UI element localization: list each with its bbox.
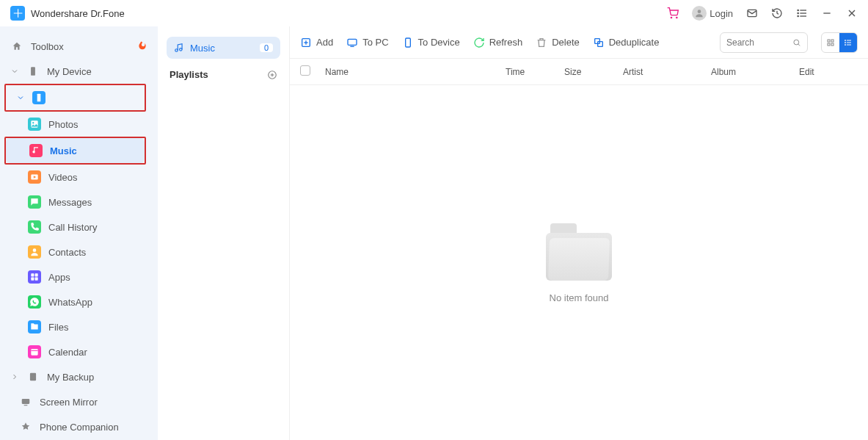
sidebar-music[interactable]: Music [6, 138, 145, 163]
contacts-label: Contacts [48, 247, 86, 258]
sidebar-videos[interactable]: Videos [0, 165, 158, 190]
apps-icon [28, 270, 41, 284]
sidebar-my-device[interactable]: My Device [0, 59, 158, 84]
calendar-label: Calendar [48, 347, 87, 358]
mail-button[interactable] [746, 7, 758, 19]
add-label: Add [316, 37, 333, 48]
sidebar-calendar[interactable]: Calendar [0, 339, 158, 364]
data-panel: Add To PC To Device Refresh Delete [290, 26, 868, 440]
search-input[interactable] [726, 37, 788, 48]
dedup-icon [593, 37, 605, 48]
device-icon [26, 65, 40, 78]
history-button[interactable] [771, 7, 783, 19]
to-pc-button[interactable]: To PC [346, 37, 388, 48]
toolbox-label: Toolbox [31, 41, 64, 52]
calendar-icon [28, 345, 41, 358]
pc-icon [346, 37, 358, 48]
svg-rect-26 [30, 373, 36, 381]
my-backup-label: My Backup [47, 372, 94, 383]
col-size[interactable]: Size [564, 67, 623, 77]
col-name[interactable]: Name [325, 67, 506, 77]
col-album[interactable]: Album [711, 67, 799, 77]
phone-companion-label: Phone Companion [40, 422, 119, 433]
sidebar-phone-companion[interactable]: Phone Companion [0, 414, 158, 439]
videos-icon [28, 170, 41, 184]
messages-icon [28, 195, 41, 209]
files-icon [28, 320, 41, 333]
empty-state: No item found [290, 85, 868, 440]
select-all-checkbox[interactable] [300, 65, 325, 78]
call-history-label: Call History [48, 222, 97, 233]
to-device-button[interactable]: To Device [402, 37, 460, 48]
svg-rect-14 [37, 94, 41, 102]
device-icon [402, 37, 414, 48]
svg-point-52 [845, 42, 846, 43]
sidebar-device-root[interactable] [6, 85, 145, 110]
sidebar-toolbox[interactable]: Toolbox [0, 34, 158, 59]
minimize-button[interactable] [821, 7, 833, 19]
add-playlist-icon[interactable] [267, 70, 277, 80]
search-icon [792, 37, 801, 48]
fire-icon [137, 40, 147, 53]
chevron-down-icon [16, 93, 25, 102]
empty-folder-icon [546, 222, 612, 281]
cart-button[interactable] [667, 7, 679, 19]
to-device-label: To Device [418, 37, 460, 48]
sidebar-apps[interactable]: Apps [0, 264, 158, 289]
messages-label: Messages [48, 197, 92, 208]
sidebar-whatsapp[interactable]: WhatsApp [0, 289, 158, 314]
svg-point-2 [698, 10, 701, 13]
svg-point-8 [798, 12, 798, 13]
svg-rect-46 [828, 43, 830, 46]
playlists-header: Playlists [167, 69, 280, 80]
contacts-icon [28, 245, 41, 259]
music-note-icon [174, 43, 184, 53]
playlists-header-label: Playlists [169, 69, 208, 80]
col-time[interactable]: Time [506, 67, 564, 77]
sidebar-photos[interactable]: Photos [0, 112, 158, 137]
search-box[interactable] [720, 32, 808, 53]
backup-icon [26, 370, 40, 383]
close-button[interactable] [846, 7, 858, 19]
svg-point-29 [175, 49, 178, 52]
deduplicate-button[interactable]: Deduplicate [593, 37, 660, 48]
login-label: Login [710, 8, 733, 19]
highlight-device [4, 84, 146, 112]
login-button[interactable]: Login [692, 6, 733, 21]
svg-point-0 [671, 17, 672, 18]
sidebar-screen-mirror[interactable]: Screen Mirror [0, 389, 158, 414]
trash-icon [536, 37, 547, 48]
playlists-panel: Music 0 Playlists [158, 26, 290, 440]
sidebar-contacts[interactable]: Contacts [0, 239, 158, 264]
add-button[interactable]: Add [300, 37, 333, 48]
music-category-pill[interactable]: Music 0 [167, 37, 280, 59]
sidebar-files[interactable]: Files [0, 314, 158, 339]
whatsapp-icon [28, 295, 41, 309]
delete-button[interactable]: Delete [536, 37, 580, 48]
col-artist[interactable]: Artist [623, 67, 711, 77]
app-title: Wondershare Dr.Fone [31, 8, 125, 19]
table-header: Name Time Size Artist Album Edit [290, 59, 868, 85]
sidebar-messages[interactable]: Messages [0, 190, 158, 214]
add-icon [300, 37, 312, 48]
to-pc-label: To PC [362, 37, 388, 48]
titlebar: Wondershare Dr.Fone Login [0, 0, 868, 26]
sidebar-my-backup[interactable]: My Backup [0, 364, 158, 389]
svg-point-9 [798, 15, 798, 16]
svg-point-42 [794, 40, 799, 45]
toolbar: Add To PC To Device Refresh Delete [290, 26, 868, 59]
svg-rect-27 [22, 399, 30, 404]
view-toggle [821, 32, 858, 53]
svg-line-43 [798, 43, 800, 45]
highlight-music: Music [4, 137, 146, 165]
refresh-icon [473, 37, 485, 48]
svg-rect-39 [405, 38, 410, 47]
sidebar-call-history[interactable]: Call History [0, 214, 158, 239]
grid-view-button[interactable] [822, 33, 839, 52]
svg-rect-37 [348, 39, 357, 45]
menu-button[interactable] [796, 7, 808, 19]
svg-point-1 [676, 17, 677, 18]
empty-text: No item found [550, 292, 609, 303]
refresh-button[interactable]: Refresh [473, 37, 523, 48]
list-view-button[interactable] [839, 33, 857, 52]
